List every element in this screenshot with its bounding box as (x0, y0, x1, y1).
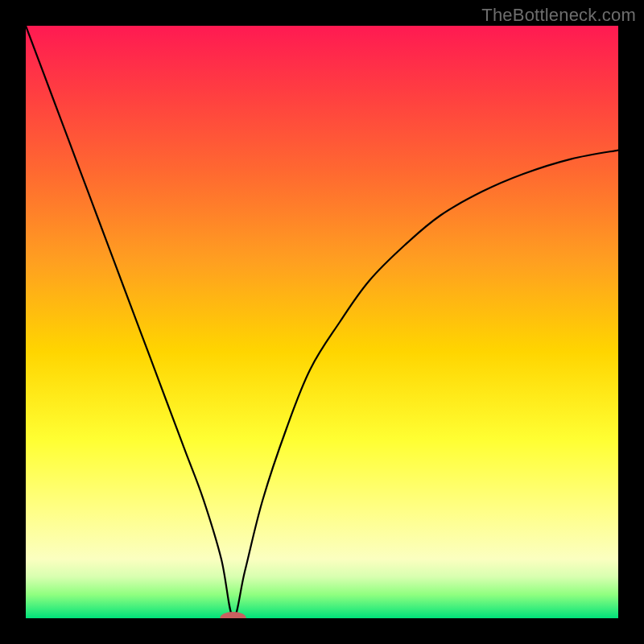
watermark-text: TheBottleneck.com (481, 5, 636, 26)
chart-frame: TheBottleneck.com (0, 0, 644, 644)
optimal-marker (220, 612, 246, 618)
plot-area (26, 26, 618, 618)
curve-overlay (26, 26, 618, 618)
bottleneck-curve (26, 26, 618, 617)
